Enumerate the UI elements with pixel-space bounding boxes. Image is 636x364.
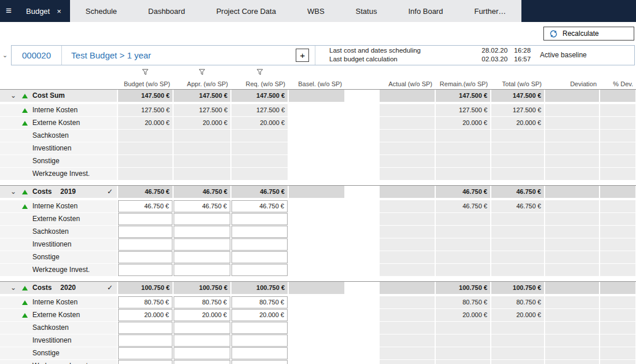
add-button[interactable]: + bbox=[296, 49, 309, 62]
menu-icon[interactable]: ≡ bbox=[0, 0, 17, 22]
header-col: Budget (w/o SP) bbox=[118, 68, 172, 88]
cell-req[interactable]: 46.750 € bbox=[231, 200, 288, 212]
cell-appr[interactable] bbox=[174, 264, 230, 276]
cell-budget[interactable] bbox=[118, 347, 172, 359]
cell-req bbox=[231, 142, 288, 155]
cell-req bbox=[231, 155, 288, 167]
row-label: Externe Kosten bbox=[32, 309, 80, 321]
row-label: Externe Kosten bbox=[32, 117, 80, 129]
cell-appr[interactable] bbox=[174, 251, 230, 263]
header-col: Basel. (w/o SP) bbox=[289, 68, 344, 88]
tab-budget-active[interactable]: Budget × bbox=[17, 0, 70, 22]
column-header[interactable]: Remain.(w/o SP) bbox=[440, 80, 488, 87]
cell-deviation bbox=[545, 186, 599, 198]
cell-req[interactable]: 80.750 € bbox=[231, 296, 288, 308]
cell-actual bbox=[380, 238, 435, 251]
collapse-chevron-icon[interactable]: ⌄ bbox=[5, 282, 22, 294]
column-header[interactable]: Deviation bbox=[570, 80, 597, 87]
cell-budget[interactable] bbox=[118, 213, 172, 225]
cell-req[interactable] bbox=[231, 238, 288, 251]
cell-appr[interactable] bbox=[174, 347, 230, 359]
filter-icon[interactable] bbox=[256, 69, 263, 75]
project-collapse-icon[interactable]: ⌄ bbox=[2, 52, 11, 59]
cell-budget[interactable] bbox=[118, 360, 172, 364]
cell-budget[interactable] bbox=[118, 251, 172, 263]
cell-budget bbox=[118, 168, 172, 180]
cell-appr[interactable]: 80.750 € bbox=[174, 296, 230, 308]
project-box: 000020 Test Budget > 1 year + Last cost … bbox=[11, 45, 635, 65]
cell-appr[interactable] bbox=[174, 238, 230, 251]
tab-schedule[interactable]: Schedule bbox=[70, 0, 133, 22]
cell-basel bbox=[289, 226, 344, 238]
cell-budget[interactable] bbox=[118, 322, 172, 334]
cell-req[interactable]: 20.000 € bbox=[231, 309, 288, 321]
row-label-cell: Investitionen bbox=[0, 334, 117, 347]
tab-wbs[interactable]: WBS bbox=[292, 0, 340, 22]
status-empty bbox=[22, 172, 28, 177]
cell-budget[interactable] bbox=[118, 226, 172, 238]
cell-budget[interactable]: 20.000 € bbox=[118, 309, 172, 321]
spacer-cell bbox=[345, 117, 378, 129]
filter-icon[interactable] bbox=[142, 69, 149, 75]
cell-req[interactable] bbox=[231, 347, 288, 359]
tab-further-[interactable]: Further… bbox=[458, 0, 521, 22]
cell-actual bbox=[380, 309, 435, 321]
column-header[interactable]: Req. (w/o SP) bbox=[246, 80, 285, 87]
cell-req[interactable] bbox=[231, 334, 288, 347]
column-header[interactable]: % Dev. bbox=[613, 80, 633, 87]
approved-check-icon[interactable]: ✓ bbox=[107, 282, 113, 294]
spacer-cell bbox=[345, 200, 378, 212]
column-header[interactable]: Budget (w/o SP) bbox=[124, 80, 170, 87]
cell-basel bbox=[289, 155, 344, 167]
cell-budget[interactable] bbox=[118, 238, 172, 251]
tab-project-core-data[interactable]: Project Core Data bbox=[201, 0, 292, 22]
cell-remain: 46.750 € bbox=[436, 186, 490, 198]
cell-appr[interactable] bbox=[174, 226, 230, 238]
cell-basel bbox=[289, 90, 344, 102]
recalculate-button[interactable]: Recalculate bbox=[543, 27, 634, 41]
tab-status[interactable]: Status bbox=[340, 0, 393, 22]
tab-dashboard[interactable]: Dashboard bbox=[133, 0, 201, 22]
cell-appr[interactable] bbox=[174, 360, 230, 364]
cell-deviation bbox=[545, 104, 599, 116]
cell-req[interactable] bbox=[231, 322, 288, 334]
cell-budget[interactable]: 80.750 € bbox=[118, 296, 172, 308]
cell-budget[interactable] bbox=[118, 334, 172, 347]
cell-req[interactable] bbox=[231, 213, 288, 225]
cell-deviation bbox=[545, 334, 599, 347]
cell-appr[interactable] bbox=[174, 322, 230, 334]
cell-req[interactable] bbox=[231, 264, 288, 276]
cell-pdev bbox=[600, 155, 635, 167]
column-header[interactable]: Basel. (w/o SP) bbox=[298, 80, 342, 87]
cell-appr[interactable] bbox=[174, 334, 230, 347]
cell-req[interactable] bbox=[231, 360, 288, 364]
tab-bar: ≡ Budget × ScheduleDashboardProject Core… bbox=[0, 0, 636, 22]
cell-appr: 100.750 € bbox=[174, 282, 230, 294]
row-label-cell: Werkzeuge Invest. bbox=[0, 360, 117, 364]
collapse-chevron-icon[interactable]: ⌄ bbox=[5, 186, 22, 198]
cell-deviation bbox=[545, 251, 599, 263]
spacer-cell bbox=[345, 104, 378, 116]
cell-appr[interactable]: 46.750 € bbox=[174, 200, 230, 212]
close-tab-icon[interactable]: × bbox=[57, 8, 61, 15]
cell-deviation bbox=[545, 142, 599, 155]
collapse-chevron-icon[interactable]: ⌄ bbox=[5, 90, 22, 102]
cell-req: 147.500 € bbox=[231, 90, 288, 102]
header-col: Appr. (w/o SP) bbox=[174, 68, 230, 88]
cell-appr[interactable] bbox=[174, 213, 230, 225]
filter-icon[interactable] bbox=[199, 69, 205, 75]
tab-info-board[interactable]: Info Board bbox=[392, 0, 458, 22]
column-header[interactable]: Actual (w/o SP) bbox=[388, 80, 432, 87]
cell-req[interactable] bbox=[231, 251, 288, 263]
row-label-cell: ⌄Costs2020✓ bbox=[0, 282, 117, 294]
cell-remain: 80.750 € bbox=[436, 296, 490, 308]
approved-check-icon[interactable]: ✓ bbox=[107, 186, 113, 198]
cell-budget[interactable]: 46.750 € bbox=[118, 200, 172, 212]
cell-pdev bbox=[600, 360, 635, 364]
cell-appr[interactable]: 20.000 € bbox=[174, 309, 230, 321]
column-header[interactable]: Appr. (w/o SP) bbox=[187, 80, 228, 87]
cell-budget[interactable] bbox=[118, 264, 172, 276]
cell-req[interactable] bbox=[231, 226, 288, 238]
column-header[interactable]: Total (w/o SP) bbox=[502, 80, 542, 87]
status-up-icon bbox=[22, 313, 28, 318]
